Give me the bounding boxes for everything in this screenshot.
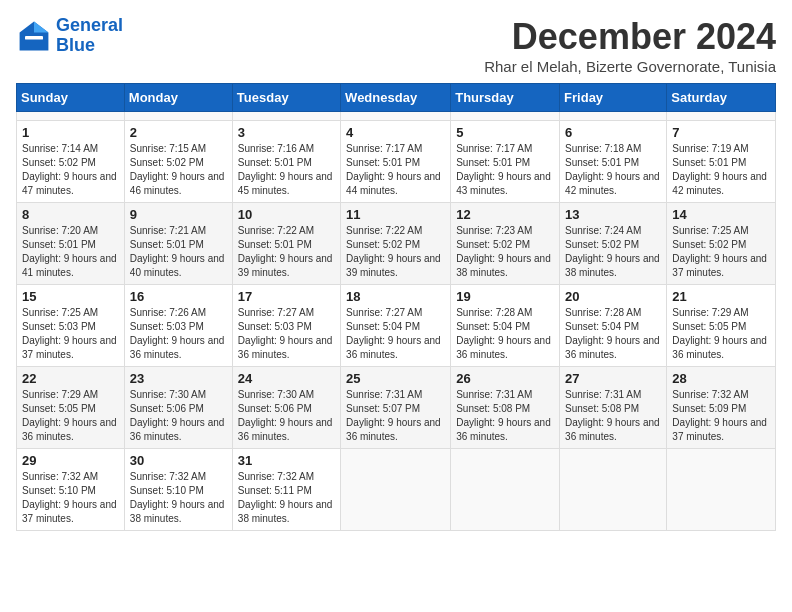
day-number: 21 — [672, 289, 770, 304]
day-info: Sunrise: 7:22 AM Sunset: 5:01 PM Dayligh… — [238, 224, 335, 280]
calendar-week-row: 8Sunrise: 7:20 AM Sunset: 5:01 PM Daylig… — [17, 203, 776, 285]
day-number: 26 — [456, 371, 554, 386]
logo-icon — [16, 18, 52, 54]
weekday-header: Monday — [124, 84, 232, 112]
day-number: 7 — [672, 125, 770, 140]
day-info: Sunrise: 7:25 AM Sunset: 5:03 PM Dayligh… — [22, 306, 119, 362]
weekday-header: Friday — [560, 84, 667, 112]
day-number: 4 — [346, 125, 445, 140]
calendar-cell: 13Sunrise: 7:24 AM Sunset: 5:02 PM Dayli… — [560, 203, 667, 285]
calendar-cell: 21Sunrise: 7:29 AM Sunset: 5:05 PM Dayli… — [667, 285, 776, 367]
calendar-cell: 27Sunrise: 7:31 AM Sunset: 5:08 PM Dayli… — [560, 367, 667, 449]
calendar-cell: 12Sunrise: 7:23 AM Sunset: 5:02 PM Dayli… — [451, 203, 560, 285]
title-block: December 2024 Rhar el Melah, Bizerte Gov… — [484, 16, 776, 75]
svg-rect-2 — [25, 36, 43, 40]
day-info: Sunrise: 7:32 AM Sunset: 5:10 PM Dayligh… — [130, 470, 227, 526]
day-info: Sunrise: 7:32 AM Sunset: 5:09 PM Dayligh… — [672, 388, 770, 444]
calendar-cell — [667, 112, 776, 121]
day-info: Sunrise: 7:19 AM Sunset: 5:01 PM Dayligh… — [672, 142, 770, 198]
svg-marker-1 — [34, 21, 48, 32]
day-info: Sunrise: 7:27 AM Sunset: 5:03 PM Dayligh… — [238, 306, 335, 362]
day-info: Sunrise: 7:30 AM Sunset: 5:06 PM Dayligh… — [238, 388, 335, 444]
calendar-cell: 30Sunrise: 7:32 AM Sunset: 5:10 PM Dayli… — [124, 449, 232, 531]
day-info: Sunrise: 7:17 AM Sunset: 5:01 PM Dayligh… — [346, 142, 445, 198]
calendar-cell: 8Sunrise: 7:20 AM Sunset: 5:01 PM Daylig… — [17, 203, 125, 285]
day-number: 24 — [238, 371, 335, 386]
day-number: 20 — [565, 289, 661, 304]
calendar-cell: 4Sunrise: 7:17 AM Sunset: 5:01 PM Daylig… — [341, 121, 451, 203]
day-number: 30 — [130, 453, 227, 468]
calendar-table: SundayMondayTuesdayWednesdayThursdayFrid… — [16, 83, 776, 531]
day-number: 17 — [238, 289, 335, 304]
day-number: 25 — [346, 371, 445, 386]
day-number: 28 — [672, 371, 770, 386]
day-number: 13 — [565, 207, 661, 222]
day-info: Sunrise: 7:28 AM Sunset: 5:04 PM Dayligh… — [565, 306, 661, 362]
day-number: 6 — [565, 125, 661, 140]
calendar-cell — [560, 449, 667, 531]
day-info: Sunrise: 7:14 AM Sunset: 5:02 PM Dayligh… — [22, 142, 119, 198]
day-info: Sunrise: 7:32 AM Sunset: 5:11 PM Dayligh… — [238, 470, 335, 526]
calendar-cell — [341, 449, 451, 531]
day-info: Sunrise: 7:30 AM Sunset: 5:06 PM Dayligh… — [130, 388, 227, 444]
weekday-header: Sunday — [17, 84, 125, 112]
weekday-header: Thursday — [451, 84, 560, 112]
day-number: 11 — [346, 207, 445, 222]
calendar-cell: 7Sunrise: 7:19 AM Sunset: 5:01 PM Daylig… — [667, 121, 776, 203]
calendar-cell: 2Sunrise: 7:15 AM Sunset: 5:02 PM Daylig… — [124, 121, 232, 203]
calendar-cell: 3Sunrise: 7:16 AM Sunset: 5:01 PM Daylig… — [232, 121, 340, 203]
day-number: 9 — [130, 207, 227, 222]
day-number: 3 — [238, 125, 335, 140]
day-number: 5 — [456, 125, 554, 140]
day-info: Sunrise: 7:22 AM Sunset: 5:02 PM Dayligh… — [346, 224, 445, 280]
page-header: General Blue December 2024 Rhar el Melah… — [16, 16, 776, 75]
day-number: 15 — [22, 289, 119, 304]
calendar-cell — [560, 112, 667, 121]
header-row: SundayMondayTuesdayWednesdayThursdayFrid… — [17, 84, 776, 112]
weekday-header: Tuesday — [232, 84, 340, 112]
calendar-cell: 6Sunrise: 7:18 AM Sunset: 5:01 PM Daylig… — [560, 121, 667, 203]
weekday-header: Saturday — [667, 84, 776, 112]
calendar-cell: 25Sunrise: 7:31 AM Sunset: 5:07 PM Dayli… — [341, 367, 451, 449]
day-number: 23 — [130, 371, 227, 386]
day-info: Sunrise: 7:31 AM Sunset: 5:08 PM Dayligh… — [565, 388, 661, 444]
calendar-cell: 18Sunrise: 7:27 AM Sunset: 5:04 PM Dayli… — [341, 285, 451, 367]
day-number: 19 — [456, 289, 554, 304]
calendar-cell: 23Sunrise: 7:30 AM Sunset: 5:06 PM Dayli… — [124, 367, 232, 449]
calendar-cell — [341, 112, 451, 121]
calendar-cell: 19Sunrise: 7:28 AM Sunset: 5:04 PM Dayli… — [451, 285, 560, 367]
calendar-cell — [451, 449, 560, 531]
calendar-week-row: 29Sunrise: 7:32 AM Sunset: 5:10 PM Dayli… — [17, 449, 776, 531]
calendar-cell: 9Sunrise: 7:21 AM Sunset: 5:01 PM Daylig… — [124, 203, 232, 285]
calendar-cell: 15Sunrise: 7:25 AM Sunset: 5:03 PM Dayli… — [17, 285, 125, 367]
calendar-cell — [451, 112, 560, 121]
day-info: Sunrise: 7:17 AM Sunset: 5:01 PM Dayligh… — [456, 142, 554, 198]
day-number: 10 — [238, 207, 335, 222]
day-number: 12 — [456, 207, 554, 222]
day-info: Sunrise: 7:29 AM Sunset: 5:05 PM Dayligh… — [22, 388, 119, 444]
day-info: Sunrise: 7:18 AM Sunset: 5:01 PM Dayligh… — [565, 142, 661, 198]
day-info: Sunrise: 7:32 AM Sunset: 5:10 PM Dayligh… — [22, 470, 119, 526]
day-info: Sunrise: 7:26 AM Sunset: 5:03 PM Dayligh… — [130, 306, 227, 362]
calendar-cell: 1Sunrise: 7:14 AM Sunset: 5:02 PM Daylig… — [17, 121, 125, 203]
day-info: Sunrise: 7:23 AM Sunset: 5:02 PM Dayligh… — [456, 224, 554, 280]
calendar-cell: 28Sunrise: 7:32 AM Sunset: 5:09 PM Dayli… — [667, 367, 776, 449]
day-info: Sunrise: 7:29 AM Sunset: 5:05 PM Dayligh… — [672, 306, 770, 362]
calendar-week-row — [17, 112, 776, 121]
day-info: Sunrise: 7:16 AM Sunset: 5:01 PM Dayligh… — [238, 142, 335, 198]
calendar-week-row: 22Sunrise: 7:29 AM Sunset: 5:05 PM Dayli… — [17, 367, 776, 449]
calendar-cell — [232, 112, 340, 121]
day-info: Sunrise: 7:25 AM Sunset: 5:02 PM Dayligh… — [672, 224, 770, 280]
calendar-cell: 17Sunrise: 7:27 AM Sunset: 5:03 PM Dayli… — [232, 285, 340, 367]
calendar-cell — [667, 449, 776, 531]
month-title: December 2024 — [484, 16, 776, 58]
day-number: 31 — [238, 453, 335, 468]
day-number: 14 — [672, 207, 770, 222]
calendar-cell: 29Sunrise: 7:32 AM Sunset: 5:10 PM Dayli… — [17, 449, 125, 531]
day-info: Sunrise: 7:31 AM Sunset: 5:08 PM Dayligh… — [456, 388, 554, 444]
calendar-cell: 5Sunrise: 7:17 AM Sunset: 5:01 PM Daylig… — [451, 121, 560, 203]
day-info: Sunrise: 7:27 AM Sunset: 5:04 PM Dayligh… — [346, 306, 445, 362]
day-number: 1 — [22, 125, 119, 140]
day-info: Sunrise: 7:15 AM Sunset: 5:02 PM Dayligh… — [130, 142, 227, 198]
calendar-cell: 31Sunrise: 7:32 AM Sunset: 5:11 PM Dayli… — [232, 449, 340, 531]
